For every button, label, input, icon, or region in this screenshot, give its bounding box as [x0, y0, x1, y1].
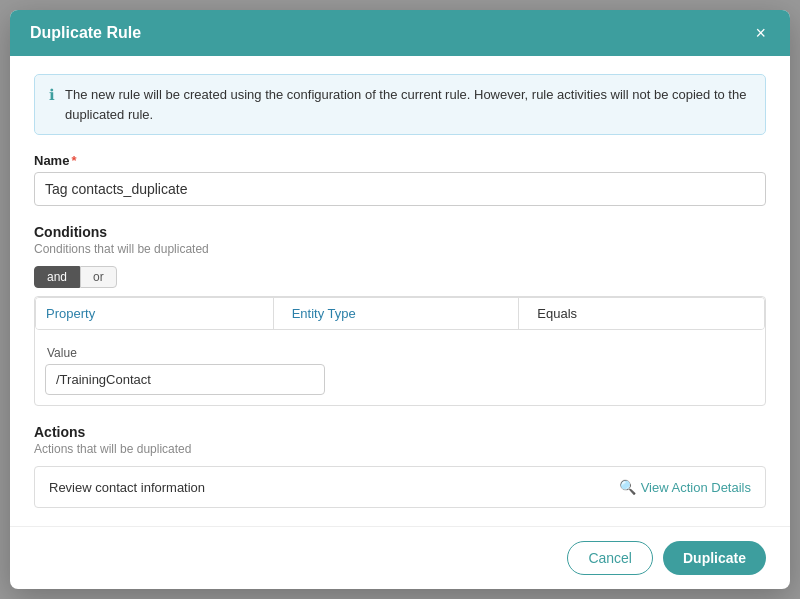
conditions-title: Conditions — [34, 224, 766, 240]
action-name: Review contact information — [49, 480, 205, 495]
view-action-button[interactable]: 🔍 View Action Details — [619, 479, 751, 495]
name-input[interactable] — [34, 172, 766, 206]
info-message: The new rule will be created using the c… — [65, 85, 751, 124]
modal-header: Duplicate Rule × — [10, 10, 790, 56]
info-icon: ℹ — [49, 86, 55, 104]
actions-box: Review contact information 🔍 View Action… — [34, 466, 766, 508]
info-box: ℹ The new rule will be created using the… — [34, 74, 766, 135]
condition-property: Property — [36, 298, 274, 329]
view-action-label: View Action Details — [641, 480, 751, 495]
modal-title: Duplicate Rule — [30, 24, 141, 42]
duplicate-button[interactable]: Duplicate — [663, 541, 766, 575]
value-label: Value — [45, 346, 755, 360]
name-label: Name* — [34, 153, 766, 168]
value-section: Value — [35, 338, 765, 405]
condition-entity-type: Entity Type — [282, 298, 520, 329]
modal-footer: Cancel Duplicate — [10, 526, 790, 589]
cancel-button[interactable]: Cancel — [567, 541, 653, 575]
actions-subtitle: Actions that will be duplicated — [34, 442, 766, 456]
required-star: * — [71, 153, 76, 168]
toggle-and-button[interactable]: and — [34, 266, 80, 288]
toggle-or-button[interactable]: or — [80, 266, 117, 288]
condition-toggle: and or — [34, 266, 766, 288]
condition-row-wrapper: Property Entity Type Equals Value — [34, 296, 766, 406]
conditions-subtitle: Conditions that will be duplicated — [34, 242, 766, 256]
condition-equals: Equals — [527, 298, 764, 329]
modal-body: ℹ The new rule will be created using the… — [10, 56, 790, 526]
condition-row: Property Entity Type Equals — [35, 297, 765, 330]
close-button[interactable]: × — [751, 24, 770, 42]
value-input[interactable] — [45, 364, 325, 395]
actions-title: Actions — [34, 424, 766, 440]
search-icon: 🔍 — [619, 479, 636, 495]
duplicate-rule-modal: Duplicate Rule × ℹ The new rule will be … — [10, 10, 790, 589]
